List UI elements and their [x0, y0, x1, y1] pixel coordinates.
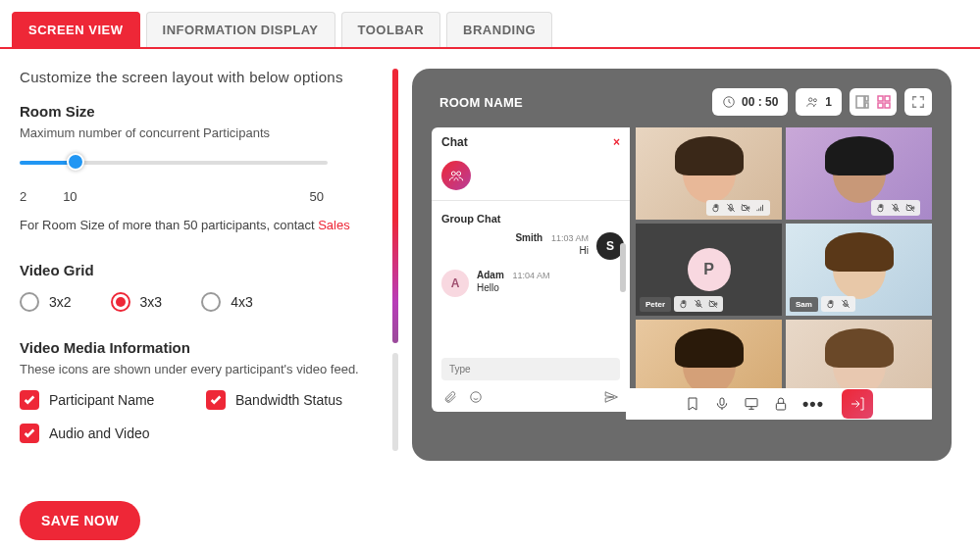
msg-time: 11:04 AM	[513, 271, 550, 280]
radio-4x3[interactable]: 4x3	[201, 292, 253, 312]
hand-icon	[876, 203, 886, 213]
svg-point-10	[451, 172, 455, 175]
msg-name: Smith	[515, 232, 542, 243]
svg-rect-20	[776, 403, 785, 410]
checkbox-participant-name[interactable]: Participant Name	[20, 390, 167, 410]
hand-icon	[711, 203, 721, 213]
leave-call-button[interactable]	[842, 389, 873, 419]
video-cell[interactable]: Sam	[786, 224, 932, 316]
bookmark-icon[interactable]	[685, 396, 700, 412]
screen-share-icon[interactable]	[744, 396, 759, 412]
slider-labels: 2 10 50	[20, 189, 324, 204]
checkbox-audio-video[interactable]: Audio and Video	[20, 424, 167, 443]
video-grid: P Peter Sam	[636, 127, 932, 412]
mic-off-icon	[694, 299, 703, 309]
svg-rect-7	[885, 96, 890, 101]
svg-point-2	[814, 99, 817, 102]
scrollbar-thumb[interactable]	[392, 69, 398, 343]
lock-icon[interactable]	[773, 396, 789, 412]
msg-time: 11:03 AM	[551, 233, 589, 243]
tab-branding[interactable]: BRANDING	[446, 12, 552, 47]
room-size-help: Maximum number of concurrent Participant…	[20, 125, 367, 140]
call-toolbar: •••	[626, 388, 932, 420]
video-cell[interactable]	[786, 127, 932, 220]
participant-count-pill[interactable]: 1	[796, 88, 842, 116]
checkbox-bandwidth-status[interactable]: Bandwidth Status	[206, 390, 353, 410]
more-options-button[interactable]: •••	[802, 394, 824, 415]
chat-title: Chat	[441, 135, 468, 149]
emoji-icon[interactable]	[469, 390, 483, 404]
svg-rect-6	[878, 96, 883, 101]
people-icon	[805, 95, 819, 109]
timer-pill: 00 : 50	[712, 88, 788, 116]
fullscreen-icon	[911, 95, 925, 109]
room-size-note: For Room Size of more than 50 participan…	[20, 218, 367, 232]
video-cell[interactable]	[636, 127, 782, 220]
group-chat-title: Group Chat	[432, 207, 630, 230]
grid-layout-option-b[interactable]	[873, 90, 895, 114]
msg-text: Hello	[477, 282, 550, 293]
slider-handle[interactable]	[67, 153, 84, 171]
svg-point-1	[809, 98, 813, 102]
people-icon	[448, 169, 464, 182]
fullscreen-button[interactable]	[904, 88, 932, 116]
tab-screen-view[interactable]: SCREEN VIEW	[12, 12, 140, 47]
chat-input[interactable]	[441, 358, 620, 380]
participant-name-tag: Sam	[790, 297, 818, 312]
exit-icon	[850, 396, 865, 412]
send-icon[interactable]	[604, 390, 618, 404]
tab-information-display[interactable]: INFORMATION DISPLAY	[146, 12, 335, 47]
svg-point-12	[471, 392, 482, 403]
settings-panel: Customize the screen layout with below o…	[20, 69, 383, 540]
svg-rect-8	[878, 103, 883, 108]
chat-scrollbar[interactable]	[620, 243, 626, 292]
video-cell-no-camera[interactable]: P Peter	[636, 224, 782, 316]
svg-rect-19	[746, 399, 757, 407]
chat-participants-button[interactable]	[441, 161, 471, 190]
signal-icon	[755, 203, 765, 213]
sales-link[interactable]: Sales	[318, 218, 350, 232]
video-off-icon	[741, 203, 750, 213]
svg-rect-5	[865, 103, 868, 108]
svg-rect-9	[885, 103, 890, 108]
mic-off-icon	[726, 203, 736, 213]
svg-rect-18	[720, 398, 724, 405]
panel-subtitle: Customize the screen layout with below o…	[20, 69, 367, 85]
mic-off-icon	[841, 299, 851, 309]
room-size-slider[interactable]	[20, 154, 367, 185]
media-info-title: Video Media Information	[20, 339, 367, 356]
mic-off-icon	[891, 203, 901, 213]
room-size-title: Room Size	[20, 103, 367, 120]
hand-icon	[679, 299, 689, 309]
hand-icon	[826, 299, 836, 309]
tab-toolbar[interactable]: TOOLBAR	[341, 12, 441, 47]
svg-rect-3	[856, 96, 864, 108]
participant-avatar-letter: P	[688, 248, 731, 291]
video-grid-title: Video Grid	[20, 262, 367, 278]
svg-point-11	[457, 172, 461, 175]
mic-icon[interactable]	[714, 396, 730, 412]
msg-name: Adam	[477, 270, 504, 280]
video-off-icon	[905, 203, 915, 213]
participant-name-tag: Peter	[640, 297, 671, 312]
video-off-icon	[708, 299, 718, 309]
scrollbar-track-remainder	[392, 353, 398, 451]
save-button[interactable]: SAVE NOW	[20, 501, 140, 540]
scrollbar-track[interactable]	[392, 69, 398, 461]
msg-text: Hi	[515, 245, 589, 256]
room-name-label: ROOM NAME	[432, 95, 704, 110]
grid-layout-option-a[interactable]	[851, 90, 873, 114]
grid-layout-toggle[interactable]	[850, 88, 897, 116]
radio-3x3[interactable]: 3x3	[111, 292, 163, 312]
attachment-icon[interactable]	[443, 390, 457, 404]
avatar: A	[441, 270, 469, 297]
media-info-help: These icons are shown under every partic…	[20, 362, 367, 376]
radio-3x2[interactable]: 3x2	[20, 292, 72, 312]
chat-panel: Chat × Group Chat S Smith 11:03 AM Hi	[432, 127, 630, 412]
clock-icon	[722, 95, 736, 109]
svg-rect-4	[865, 96, 868, 101]
tabs-bar: SCREEN VIEW INFORMATION DISPLAY TOOLBAR …	[0, 0, 980, 49]
chat-close-button[interactable]: ×	[613, 135, 620, 149]
preview-panel: ROOM NAME 00 : 50 1	[412, 69, 952, 461]
